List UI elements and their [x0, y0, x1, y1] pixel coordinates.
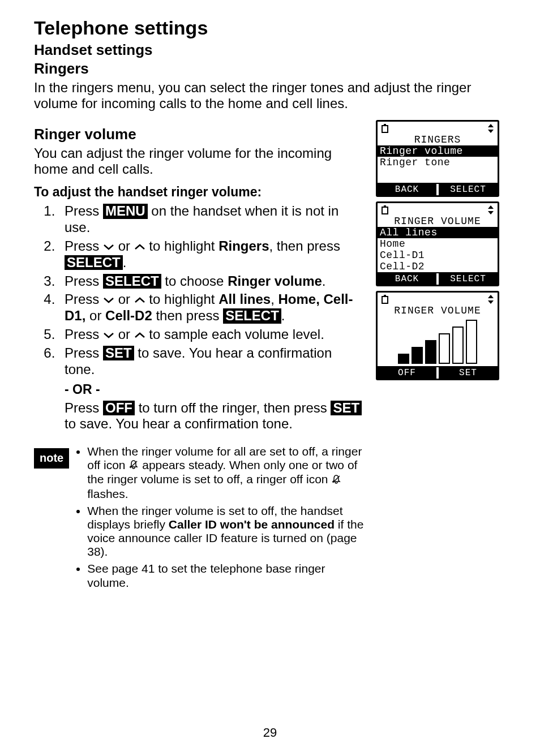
- step-6: Press SET to save. You hear a confirmati…: [59, 345, 365, 398]
- volume-bar: [466, 320, 477, 364]
- or-paragraph: Press OFF to turn off the ringer, then p…: [65, 400, 365, 432]
- battery-icon: [381, 205, 389, 215]
- screen-select-button: SELECT: [436, 273, 498, 285]
- off-tag: OFF: [103, 401, 135, 415]
- instructions-title: To adjust the handset ringer volume:: [34, 184, 365, 200]
- select-tag: SELECT: [223, 308, 281, 323]
- step-1: Press MENU on the handset when it is not…: [59, 203, 365, 236]
- screen-set-button: SET: [436, 367, 498, 379]
- battery-icon: [381, 123, 389, 134]
- screen-title: RINGERS: [378, 134, 498, 145]
- volume-bar: [398, 354, 409, 364]
- page-number: 29: [0, 725, 540, 740]
- battery-icon: [381, 294, 389, 304]
- select-tag: SELECT: [103, 274, 161, 289]
- volume-bar: [425, 340, 436, 364]
- screen-off-button: OFF: [378, 367, 436, 379]
- step-2: Press or to highlight Ringers, then pres…: [59, 238, 365, 271]
- svg-rect-7: [384, 205, 386, 207]
- volume-bar: [439, 333, 450, 364]
- volume-bar: [412, 347, 423, 364]
- svg-rect-2: [382, 126, 388, 132]
- screen-row: Ringer tone: [378, 157, 498, 168]
- lcd-screen-volume-bars: RINGER VOLUME OFF SET: [376, 291, 499, 380]
- or-label: - OR -: [65, 382, 365, 398]
- set-tag: SET: [331, 401, 362, 415]
- screen-back-button: BACK: [378, 273, 436, 285]
- screen-row: Home: [378, 238, 498, 250]
- screen-row-selected: Ringer volume: [378, 145, 498, 157]
- screen-row: Cell-D1: [378, 250, 498, 261]
- volume-bar: [452, 327, 464, 364]
- step-4: Press or to highlight All lines, Home, C…: [59, 291, 365, 324]
- updown-arrows-icon: [487, 205, 494, 215]
- set-tag: SET: [103, 346, 134, 360]
- chevron-down-icon: [103, 332, 114, 339]
- svg-marker-13: [488, 300, 494, 304]
- bell-off-icon: [331, 474, 341, 487]
- updown-arrows-icon: [487, 294, 494, 304]
- chevron-up-icon: [134, 244, 145, 251]
- svg-marker-9: [488, 211, 494, 214]
- note-list: When the ringer volume for all are set t…: [75, 445, 365, 593]
- screen-title: RINGER VOLUME: [378, 305, 498, 316]
- screen-select-button: SELECT: [436, 184, 498, 195]
- chevron-down-icon: [103, 244, 114, 251]
- chevron-down-icon: [103, 297, 114, 304]
- screen-back-button: BACK: [378, 184, 436, 195]
- note-item: When the ringer volume is set to off, th…: [87, 504, 365, 559]
- note-item: When the ringer volume for all are set t…: [87, 445, 365, 501]
- select-tag: SELECT: [65, 255, 123, 270]
- svg-rect-3: [384, 124, 386, 126]
- intro-text: In the ringers menu, you can select the …: [34, 80, 506, 111]
- svg-marker-5: [488, 130, 494, 133]
- step-3: Press SELECT to choose Ringer volume.: [59, 273, 365, 290]
- volume-bar-chart: [378, 316, 498, 366]
- svg-marker-12: [488, 295, 494, 298]
- note-badge: note: [34, 448, 69, 469]
- bell-off-icon: [128, 459, 139, 472]
- section-heading: Ringers: [34, 60, 506, 78]
- lcd-screen-ringers: RINGERS Ringer volume Ringer tone BACK S…: [376, 120, 499, 197]
- lcd-screen-volume-lines: RINGER VOLUME All lines Home Cell-D1 Cel…: [376, 201, 499, 286]
- step-5: Press or to sample each volume level.: [59, 327, 365, 343]
- ringer-volume-heading: Ringer volume: [34, 126, 365, 143]
- svg-marker-4: [488, 124, 494, 127]
- svg-rect-10: [382, 297, 388, 303]
- updown-arrows-icon: [487, 123, 494, 134]
- menu-tag: MENU: [103, 204, 148, 218]
- page-title: Telephone settings: [34, 17, 506, 39]
- svg-rect-11: [384, 295, 386, 297]
- chevron-up-icon: [134, 297, 145, 304]
- screen-row-selected: All lines: [378, 227, 498, 238]
- chevron-up-icon: [134, 332, 145, 339]
- subtitle: Handset settings: [34, 41, 506, 59]
- screen-row: Cell-D2: [378, 261, 498, 272]
- svg-marker-8: [488, 205, 494, 209]
- instruction-list: Press MENU on the handset when it is not…: [34, 203, 365, 398]
- ringer-volume-intro: You can adjust the ringer volume for the…: [34, 145, 365, 177]
- svg-rect-6: [382, 207, 388, 214]
- screen-title: RINGER VOLUME: [378, 216, 498, 227]
- note-item: See page 41 to set the telephone base ri…: [87, 562, 365, 589]
